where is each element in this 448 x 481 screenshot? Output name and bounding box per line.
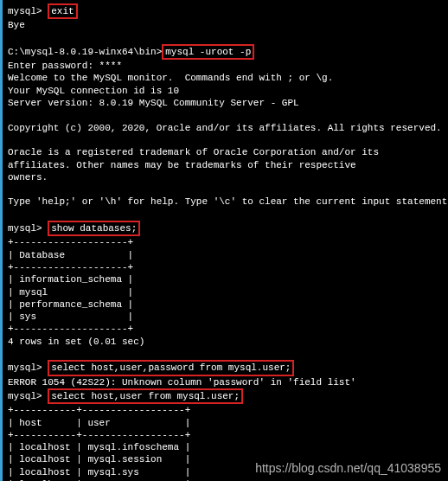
db-row: | sys |	[8, 311, 443, 323]
blank-line	[8, 183, 443, 196]
help-line: Type 'help;' or '\h' for help. Type '\c'…	[8, 196, 443, 208]
select-password-command: select host,user,password from mysql.use…	[48, 360, 294, 375]
blank-line	[8, 134, 443, 146]
user-table-border-top: +-----------+------------------+	[8, 404, 443, 416]
trademark-line-3: owners.	[8, 171, 443, 183]
blank-line	[8, 208, 443, 221]
select-password-line: mysql> select host,user,password from my…	[8, 360, 443, 375]
welcome-line-1: Welcome to the MySQL monitor. Commands e…	[8, 72, 443, 84]
mysql-prompt: mysql>	[8, 391, 48, 401]
mysql-prompt: mysql>	[8, 6, 48, 16]
mysql-prompt: mysql>	[8, 362, 48, 373]
watermark-text: https://blog.csdn.net/qq_41038955	[255, 460, 441, 476]
welcome-line-3: Server version: 8.0.19 MySQL Community S…	[8, 97, 443, 109]
db-table-border-bottom: +--------------------+	[8, 323, 443, 335]
select-user-command: select host,user from mysql.user;	[48, 388, 243, 404]
blank-line	[8, 348, 443, 360]
select-user-line: mysql> select host,user from mysql.user;	[8, 388, 443, 404]
db-table-border-mid: +--------------------+	[8, 261, 443, 273]
mysql-login-command: mysql -uroot -p	[162, 44, 254, 60]
trademark-line-2: affiliates. Other names may be trademark…	[8, 159, 443, 171]
show-databases-line: mysql> show databases;	[8, 221, 443, 236]
exit-command: exit	[48, 3, 77, 19]
blank-line	[8, 32, 443, 44]
user-table-border-mid: +-----------+------------------+	[8, 429, 443, 441]
show-databases-command: show databases;	[48, 221, 140, 236]
db-row: | performance_schema |	[8, 298, 443, 311]
welcome-line-2: Your MySQL connection id is 10	[8, 85, 443, 97]
db-table-header: | Database |	[8, 249, 443, 261]
login-line: C:\mysql-8.0.19-winx64\bin>mysql -uroot …	[8, 44, 443, 60]
exit-command-line: mysql> exit	[8, 3, 443, 19]
password-prompt: Enter password: ****	[8, 60, 443, 72]
db-table-border-top: +--------------------+	[8, 236, 443, 248]
user-row: | localhost | mysql.infoschema |	[8, 441, 443, 453]
rows-result: 4 rows in set (0.01 sec)	[8, 336, 443, 348]
db-row: | mysql |	[8, 286, 443, 298]
terminal-window[interactable]: mysql> exit Bye C:\mysql-8.0.19-winx64\b…	[0, 0, 448, 481]
error-output: ERROR 1054 (42S22): Unknown column 'pass…	[8, 376, 443, 388]
user-table-header: | host | user |	[8, 417, 443, 429]
copyright-line: Copyright (c) 2000, 2020, Oracle and/or …	[8, 122, 443, 134]
db-row: | information_schema |	[8, 273, 443, 285]
trademark-line-1: Oracle is a registered trademark of Orac…	[8, 146, 443, 158]
mysql-prompt: mysql>	[8, 223, 48, 234]
blank-line	[8, 109, 443, 121]
shell-path-prefix: C:\mysql-8.0.19-winx64\bin>	[8, 47, 162, 57]
bye-output: Bye	[8, 19, 443, 31]
